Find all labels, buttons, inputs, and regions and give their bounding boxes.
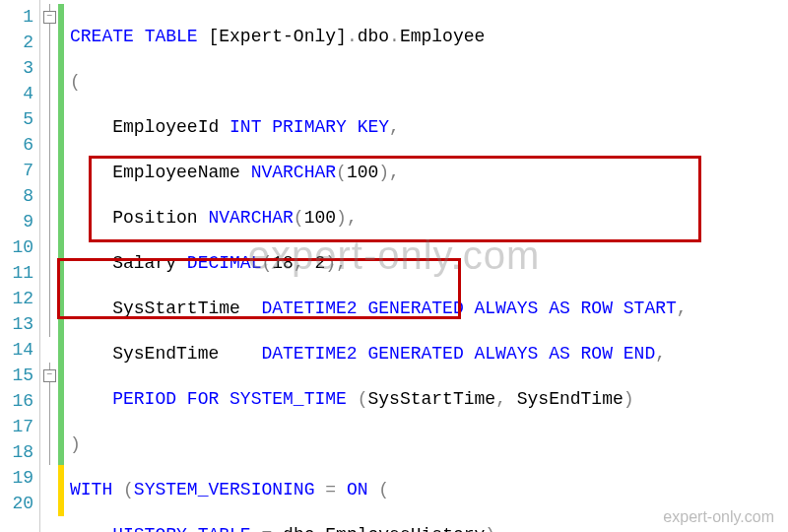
- code-line: (: [70, 69, 788, 95]
- line-number: 17: [6, 414, 33, 439]
- code-line: SysStartTime DATETIME2 GENERATED ALWAYS …: [70, 296, 788, 321]
- line-number: 1: [6, 4, 33, 30]
- code-line: Position NVARCHAR(100),: [70, 205, 788, 231]
- line-number: 18: [6, 439, 33, 465]
- line-number: 9: [6, 209, 33, 234]
- code-line: PERIOD FOR SYSTEM_TIME (SysStartTime, Sy…: [70, 386, 788, 412]
- line-number: 14: [6, 337, 33, 363]
- line-number: 7: [6, 158, 33, 183]
- line-number: 16: [6, 388, 33, 414]
- code-line: CREATE TABLE [Expert-Only].dbo.Employee: [70, 24, 788, 49]
- line-number: 15: [6, 363, 33, 388]
- line-number: 2: [6, 30, 33, 55]
- fold-toggle-icon[interactable]: −: [43, 369, 56, 382]
- line-number: 3: [6, 55, 33, 81]
- fold-gutter: − −: [40, 0, 58, 532]
- line-number: 5: [6, 106, 33, 132]
- code-line: SysEndTime DATETIME2 GENERATED ALWAYS AS…: [70, 341, 788, 366]
- line-number: 4: [6, 81, 33, 106]
- line-number: 13: [6, 311, 33, 337]
- code-line: WITH (SYSTEM_VERSIONING = ON (: [70, 477, 788, 502]
- code-area[interactable]: CREATE TABLE [Expert-Only].dbo.Employee …: [64, 0, 788, 532]
- code-editor: 1 2 3 4 5 6 7 8 9 10 11 12 13 14 15 16 1…: [0, 0, 788, 532]
- line-number: 19: [6, 465, 33, 491]
- code-line: Salary DECIMAL(18, 2),: [70, 250, 788, 276]
- line-number: 20: [6, 491, 33, 516]
- line-number-gutter: 1 2 3 4 5 6 7 8 9 10 11 12 13 14 15 16 1…: [0, 0, 40, 532]
- fold-toggle-icon[interactable]: −: [43, 11, 56, 24]
- line-number: 10: [6, 234, 33, 260]
- line-number: 8: [6, 183, 33, 209]
- code-line: ): [70, 432, 788, 457]
- line-number: 6: [6, 132, 33, 158]
- line-number: 12: [6, 286, 33, 311]
- code-line: EmployeeId INT PRIMARY KEY,: [70, 114, 788, 140]
- code-line: EmployeeName NVARCHAR(100),: [70, 160, 788, 185]
- corner-watermark: expert-only.com: [663, 508, 774, 526]
- line-number: 11: [6, 260, 33, 286]
